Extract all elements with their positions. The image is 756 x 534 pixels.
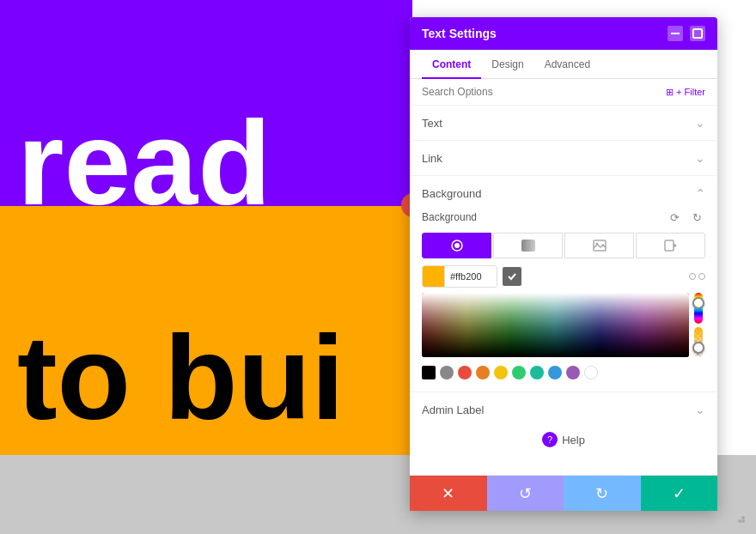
video-type-tab[interactable] (636, 233, 705, 258)
filter-button[interactable]: ⊞ + Filter (666, 87, 705, 98)
settings-panel: Text Settings Content Design Advanced ⊞ … (410, 17, 717, 511)
svg-rect-1 (693, 29, 702, 38)
tab-design[interactable]: Design (481, 50, 533, 79)
color-confirm-button[interactable] (503, 267, 521, 286)
svg-marker-8 (674, 243, 677, 248)
text-section-label: Text (422, 117, 442, 130)
color-swatch-input (422, 265, 497, 288)
svg-rect-7 (665, 240, 674, 251)
swatches-row (422, 362, 705, 383)
panel-content: Text ⌄ Link ⌄ Background ⌄ Background ⟳ … (410, 106, 717, 475)
minimize-icon[interactable] (668, 26, 683, 41)
help-icon: ? (542, 432, 558, 447)
color-value-row (422, 265, 705, 288)
swatch-orange[interactable] (476, 366, 490, 379)
swatch-red[interactable] (458, 366, 472, 379)
admin-label-row[interactable]: Admin Label ⌄ (410, 392, 717, 427)
background-label-row: Background (422, 187, 481, 200)
svg-point-10 (738, 519, 741, 523)
search-bar: ⊞ + Filter (410, 79, 717, 106)
cancel-button[interactable]: ✕ (410, 476, 487, 511)
swatch-gray[interactable] (440, 366, 454, 379)
color-hex-input[interactable] (445, 271, 497, 282)
opacity-dots (689, 273, 705, 280)
link-chevron-icon: ⌄ (695, 151, 705, 165)
text-section-row[interactable]: Text ⌄ (410, 106, 717, 141)
svg-rect-4 (521, 240, 535, 252)
undo-button[interactable]: ↺ (487, 476, 564, 511)
svg-point-3 (454, 243, 460, 248)
color-picker-area (410, 265, 717, 391)
background-chevron-icon: ⌄ (695, 186, 705, 200)
swatch-black[interactable] (422, 366, 436, 379)
help-text[interactable]: Help (562, 434, 585, 446)
text-chevron-icon: ⌄ (695, 116, 705, 130)
tab-content[interactable]: Content (422, 50, 481, 79)
admin-label-chevron-icon: ⌄ (695, 403, 705, 416)
filter-icon: ⊞ (666, 87, 674, 98)
search-input[interactable] (422, 86, 666, 98)
swatch-teal[interactable] (530, 366, 544, 379)
panel-footer: ✕ ↺ ↻ ✓ (410, 475, 717, 511)
redo-button[interactable]: ↻ (564, 476, 641, 511)
svg-point-9 (741, 519, 745, 523)
background-section-label: Background (422, 187, 481, 200)
hue-thumb (692, 297, 704, 309)
opacity-dot-2 (698, 273, 705, 280)
swatch-purple[interactable] (566, 366, 580, 379)
swatch-green[interactable] (512, 366, 526, 379)
filter-label: + Filter (676, 87, 705, 97)
save-button[interactable]: ✓ (641, 476, 718, 511)
tab-advanced[interactable]: Advanced (534, 50, 601, 79)
svg-rect-0 (671, 33, 680, 34)
color-gradient-box[interactable] (422, 293, 689, 357)
black-layer (422, 293, 689, 357)
sync-icon[interactable]: ↻ (688, 209, 705, 226)
background-action-icons: ⟳ ↻ (666, 209, 705, 226)
link-section-label: Link (422, 152, 442, 165)
opacity-vertical-slider[interactable] (694, 327, 703, 358)
picker-with-sliders (422, 293, 705, 357)
image-type-tab[interactable] (564, 233, 634, 258)
gradient-type-tab[interactable] (493, 233, 563, 258)
opacity-thumb (692, 342, 704, 354)
hue-vertical-slider[interactable] (694, 293, 703, 324)
vertical-sliders (694, 293, 705, 357)
link-section-row[interactable]: Link ⌄ (410, 141, 717, 176)
reset-icon[interactable]: ⟳ (666, 209, 683, 226)
admin-label-section-label: Admin Label (422, 404, 484, 416)
expand-icon[interactable] (690, 26, 705, 41)
background-section: Background ⌄ Background ⟳ ↻ (410, 176, 717, 392)
svg-point-11 (741, 516, 745, 519)
swatch-blue[interactable] (548, 366, 562, 379)
panel-header-icons (668, 26, 705, 41)
panel-title: Text Settings (422, 27, 497, 40)
background-sub-label: Background (422, 211, 477, 223)
resize-handle[interactable] (732, 510, 749, 527)
bg-text-tobui: to bui (17, 318, 344, 438)
help-row: ? Help (410, 427, 717, 458)
color-swatch-box[interactable] (423, 265, 445, 288)
panel-header: Text Settings (410, 17, 717, 50)
bg-text-read: read (17, 103, 271, 223)
swatch-yellow[interactable] (494, 366, 508, 379)
tabs: Content Design Advanced (410, 50, 717, 79)
background-section-header[interactable]: Background ⌄ (410, 176, 717, 207)
opacity-dot-1 (689, 273, 696, 280)
background-type-tabs (410, 233, 717, 265)
color-type-tab[interactable] (422, 233, 491, 258)
swatch-white[interactable] (584, 366, 598, 379)
